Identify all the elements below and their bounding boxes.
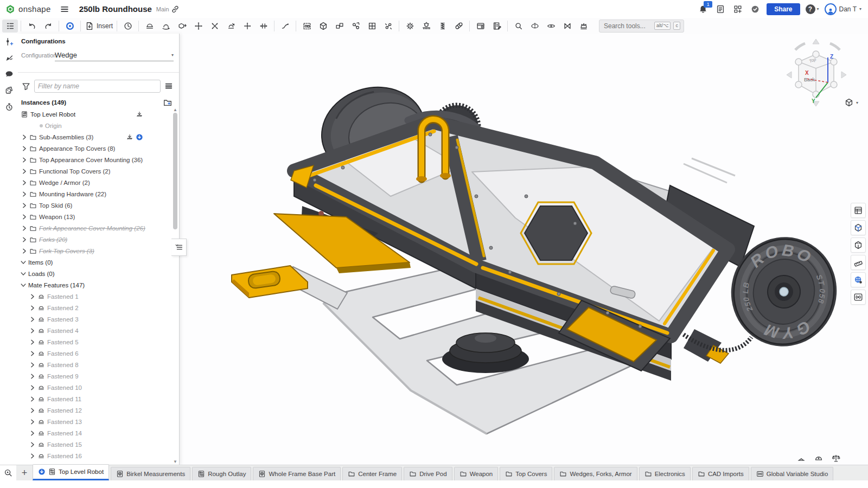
- tree-mate-item[interactable]: Fastened 1: [18, 291, 170, 302]
- tree-mate-item[interactable]: Fastened 12: [18, 404, 170, 416]
- tab-birkel-measurements[interactable]: Birkel Measurements: [111, 467, 190, 480]
- tree-folder-item[interactable]: Top Appearance Cover Mounting (36): [18, 154, 170, 165]
- configurations-panel-icon[interactable]: [0, 34, 18, 50]
- rollback-icon[interactable]: [120, 20, 136, 33]
- chevron-right-icon[interactable]: [29, 316, 36, 323]
- cylindrical-mate-icon[interactable]: [223, 20, 239, 33]
- insert-icon[interactable]: Insert: [84, 20, 114, 33]
- chevron-right-icon[interactable]: [29, 407, 36, 414]
- tree-folder-item[interactable]: Functional Top Covers (2): [18, 165, 170, 177]
- tree-scrollbar[interactable]: ▲ ▼: [173, 110, 178, 461]
- explode-icon[interactable]: [380, 20, 396, 33]
- render-settings-icon[interactable]: [851, 272, 866, 287]
- chevron-right-icon[interactable]: [29, 418, 36, 426]
- slider-mate-icon[interactable]: [174, 20, 190, 33]
- bom-table-icon[interactable]: [851, 203, 866, 218]
- tab-top-level-robot[interactable]: Top Level Robot: [33, 464, 109, 480]
- tab-whole-frame-base-part[interactable]: Whole Frame Base Part: [253, 467, 341, 480]
- chevron-right-icon[interactable]: [29, 452, 36, 460]
- tree-section-header[interactable]: Items (0): [18, 256, 170, 268]
- tab-weapon[interactable]: Weapon: [454, 467, 499, 480]
- tree-mate-item[interactable]: Fastened 14: [18, 427, 170, 439]
- search-tools-input[interactable]: [603, 22, 652, 30]
- named-views-icon[interactable]: [543, 20, 559, 33]
- tab-electronics[interactable]: Electronics: [639, 467, 691, 480]
- new-tab-button[interactable]: +: [16, 465, 33, 480]
- tree-folder-item[interactable]: Wedge / Armor (2): [18, 177, 170, 188]
- chevron-right-icon[interactable]: [29, 384, 36, 391]
- document-title[interactable]: 250lb Roundhouse: [79, 4, 152, 14]
- tangent-mate-icon[interactable]: [277, 20, 293, 33]
- tree-mate-item[interactable]: Fastened 8: [18, 359, 170, 370]
- list-view-icon[interactable]: [164, 81, 174, 91]
- configuration-select[interactable]: Wedge ▾: [55, 51, 174, 61]
- onshape-logo[interactable]: onshape: [5, 4, 51, 14]
- tree-folder-item[interactable]: Fork Appearance Cover Mounting (26): [18, 222, 170, 234]
- app-store-icon[interactable]: [732, 3, 744, 15]
- section-cube-icon[interactable]: [851, 237, 866, 253]
- new-folder-icon[interactable]: [162, 97, 174, 108]
- tree-mate-item[interactable]: Fastened 11: [18, 393, 170, 404]
- edit-in-context-icon[interactable]: [510, 20, 526, 33]
- chevron-right-icon[interactable]: [21, 179, 28, 187]
- history-panel-icon[interactable]: [0, 99, 18, 115]
- display-states-icon[interactable]: [473, 20, 488, 33]
- tree-folder-item[interactable]: Mounting Hardware (22): [18, 188, 170, 200]
- chevron-right-icon[interactable]: [29, 327, 36, 335]
- chevron-right-icon[interactable]: [29, 373, 36, 380]
- pin-slot-mate-icon[interactable]: [239, 20, 255, 33]
- belt-relation-icon[interactable]: [451, 20, 467, 33]
- tree-root-item[interactable]: Top Level Robot: [18, 108, 170, 120]
- tab-drive-pod[interactable]: Drive Pod: [404, 467, 452, 480]
- chevron-right-icon[interactable]: [21, 168, 28, 175]
- tab-rough-outlay[interactable]: Rough Outlay: [192, 467, 251, 480]
- notifications-bell-icon[interactable]: 1: [697, 3, 709, 15]
- tree-folder-item[interactable]: Weapon (13): [18, 211, 170, 222]
- tree-mate-item[interactable]: Fastened 4: [18, 325, 170, 336]
- undo-icon[interactable]: [24, 20, 40, 33]
- chevron-right-icon[interactable]: [21, 145, 28, 152]
- tab-top-covers[interactable]: Top Covers: [500, 467, 552, 480]
- chevron-right-icon[interactable]: [29, 293, 36, 300]
- gear-relation-icon[interactable]: [402, 20, 418, 33]
- tree-mate-item[interactable]: Fastened 3: [18, 313, 170, 325]
- tree-section-header[interactable]: Mate Features (147): [18, 279, 170, 291]
- search-tabs-icon[interactable]: [0, 465, 16, 480]
- chevron-right-icon[interactable]: [29, 338, 36, 346]
- mass-properties-icon[interactable]: [830, 452, 842, 464]
- screw-relation-icon[interactable]: [435, 20, 450, 33]
- features-panel-toggle-icon[interactable]: [2, 20, 18, 33]
- tree-section-header[interactable]: Loads (0): [18, 268, 170, 279]
- group-icon[interactable]: [299, 20, 315, 33]
- revolute-mate-icon[interactable]: [158, 20, 174, 33]
- custom-tables-panel-icon[interactable]: [0, 82, 18, 99]
- chevron-right-icon[interactable]: [21, 133, 28, 141]
- replicate-icon[interactable]: [348, 20, 363, 33]
- tree-mate-item[interactable]: Fastened 6: [18, 348, 170, 359]
- release-notes-icon[interactable]: [714, 3, 726, 15]
- tab-cad-imports[interactable]: CAD Imports: [692, 467, 749, 480]
- rack-pinion-relation-icon[interactable]: [418, 20, 434, 33]
- robot-model[interactable]: ROBO GYM ST 058 250 LB: [179, 34, 868, 465]
- chevron-right-icon[interactable]: [29, 441, 36, 448]
- chevron-down-icon[interactable]: [20, 281, 27, 289]
- chevron-right-icon[interactable]: [21, 202, 28, 209]
- appearance-panel-icon[interactable]: [0, 50, 18, 66]
- measure-icon[interactable]: [851, 255, 866, 270]
- display-states-cube-icon[interactable]: [851, 220, 866, 235]
- tree-folder-item[interactable]: Appearance Top Covers (8): [18, 143, 170, 154]
- isolate-icon[interactable]: [559, 20, 575, 33]
- view-menu[interactable]: ▾: [844, 98, 858, 107]
- variables-icon[interactable]: [851, 290, 866, 305]
- tree-folder-item[interactable]: Fork Top Covers (3): [18, 245, 170, 256]
- filter-input[interactable]: [34, 80, 161, 93]
- parallel-mate-icon[interactable]: [256, 20, 271, 33]
- chevron-right-icon[interactable]: [29, 361, 36, 369]
- tree-origin-item[interactable]: Origin: [18, 120, 170, 131]
- pattern-icon[interactable]: [364, 20, 380, 33]
- turntable-icon[interactable]: [813, 452, 825, 464]
- tree-mate-item[interactable]: Fastened 2: [18, 302, 170, 313]
- scroll-down-icon[interactable]: ▼: [173, 459, 178, 464]
- tab-center-frame[interactable]: Center Frame: [342, 467, 402, 480]
- user-menu[interactable]: Dan T ▾: [825, 3, 861, 15]
